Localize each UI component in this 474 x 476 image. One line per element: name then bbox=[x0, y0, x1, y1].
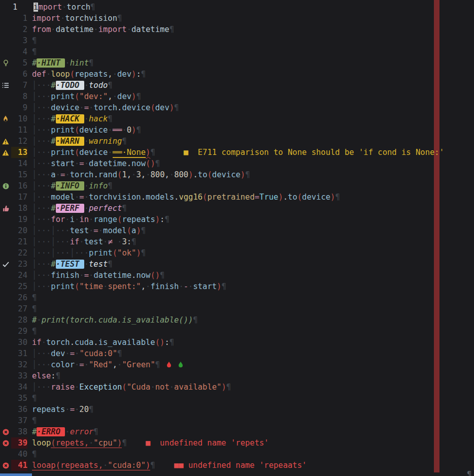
code-line[interactable]: 1import·torchvision¶ bbox=[0, 13, 474, 24]
code-line[interactable]: 39loop(repets,·"cpu")¶ ■ undefined name … bbox=[0, 437, 474, 449]
code-line[interactable]: 35¶ bbox=[0, 393, 474, 404]
code-text: ¶ bbox=[32, 393, 474, 404]
line-number: 38 bbox=[11, 426, 27, 437]
line-number: 28 bbox=[11, 314, 27, 326]
code-line[interactable]: 7│···#·TODO ·todo¶ bbox=[0, 80, 474, 91]
code-line[interactable]: 13│···print(device·══·None)¶ ■ E711 comp… bbox=[0, 147, 474, 158]
line-number: 19 bbox=[11, 214, 27, 225]
code-line[interactable]: 33else:¶ bbox=[0, 370, 474, 382]
code-text: │···│···│···print("ok")¶ bbox=[32, 247, 474, 259]
code-line[interactable]: 28#·print(torch.cuda.is_available())¶ bbox=[0, 314, 474, 326]
line-number: 16 bbox=[11, 180, 27, 192]
line-number: 32 bbox=[11, 359, 27, 370]
empty-sign-column bbox=[0, 158, 11, 169]
code-line[interactable]: 5#·HINT ·hint¶ bbox=[0, 57, 474, 69]
empty-sign-column bbox=[0, 415, 11, 426]
line-number: 30 bbox=[11, 337, 27, 348]
code-text: │···print("dev:",·dev)¶ bbox=[32, 91, 474, 102]
code-text: loop(repets,·"cpu")¶ ■ undefined name 'r… bbox=[32, 437, 474, 449]
diagnostic-message: ■■ undefined name 'repeaats' bbox=[155, 461, 307, 470]
code-line[interactable]: 15│···a·=·torch.rand(1,·3,·800,·800).to(… bbox=[0, 169, 474, 180]
code-line[interactable]: 14│···start·=·datetime.now()¶ bbox=[0, 158, 474, 169]
code-line[interactable]: 26¶ bbox=[0, 292, 474, 303]
line-number: 5 bbox=[11, 57, 27, 69]
code-line[interactable]: 37¶ bbox=[0, 415, 474, 426]
empty-sign-column bbox=[0, 337, 11, 348]
error-circle-icon bbox=[0, 460, 11, 471]
code-line[interactable]: 32│···color·=·"Red",·"Green"¶ bbox=[0, 359, 474, 370]
empty-sign-column bbox=[0, 69, 11, 80]
code-text: │···finish·=·datetime.now()¶ bbox=[32, 270, 474, 281]
lightbulb-icon bbox=[0, 57, 11, 69]
code-line[interactable]: 20│···│···test·=·model(a)¶ bbox=[0, 225, 474, 236]
code-line[interactable]: 19│···for·i·in·range(repeats):¶ bbox=[0, 214, 474, 225]
line-number: 10 bbox=[11, 113, 27, 124]
code-line[interactable]: 36repeats·=·20¶ bbox=[0, 404, 474, 415]
code-line[interactable]: 41looap(repeaats,·"cuda:0")¶ ■■ undefine… bbox=[0, 460, 474, 471]
code-line[interactable]: 38#·ERRO ·error¶ bbox=[0, 426, 474, 437]
code-line[interactable]: 8│···print("dev:",·dev)¶ bbox=[0, 91, 474, 102]
line-number: 8 bbox=[11, 91, 27, 102]
code-line[interactable]: 10│···#·HACK ·hack¶ bbox=[0, 113, 474, 124]
code-text: ¶ bbox=[32, 415, 474, 426]
line-number: 11 bbox=[11, 124, 27, 136]
line-number: 36 bbox=[11, 404, 27, 415]
empty-sign-column bbox=[0, 382, 11, 393]
line-number: 7 bbox=[11, 80, 27, 91]
code-line[interactable]: 1import·torch¶ bbox=[0, 2, 474, 13]
info-icon bbox=[0, 180, 11, 192]
code-line[interactable]: 30if·torch.cuda.is_available():¶ bbox=[0, 337, 474, 348]
code-text: │···start·=·datetime.now()¶ bbox=[32, 158, 474, 169]
empty-sign-column bbox=[0, 303, 11, 314]
code-line[interactable]: 24│···finish·=·datetime.now()¶ bbox=[0, 270, 474, 281]
code-text: │···raise·Exception("Cuda·not·available"… bbox=[32, 382, 474, 393]
code-text: │···print(device·══·None)¶ ■ E711 compar… bbox=[32, 147, 474, 158]
code-line[interactable]: 17│···model·=·torchvision.models.vgg16(p… bbox=[0, 192, 474, 203]
code-line[interactable]: 31│···dev·=·"cuda:0"¶ bbox=[0, 348, 474, 359]
code-text: def·loop(repeats,·dev):¶ bbox=[32, 69, 474, 80]
line-number: 34 bbox=[11, 382, 27, 393]
code-text: │···dev·=·"cuda:0"¶ bbox=[32, 348, 474, 359]
code-text: ¶ bbox=[32, 35, 474, 46]
line-number: 18 bbox=[11, 203, 27, 214]
code-line[interactable]: 40¶ bbox=[0, 449, 474, 460]
code-text: │···#·WARN ·warning¶ bbox=[32, 136, 474, 147]
line-number: 33 bbox=[11, 370, 27, 382]
code-editor[interactable]: 1import·torch¶1import·torchvision¶2from·… bbox=[0, 0, 474, 476]
code-text: ¶ bbox=[32, 449, 474, 460]
empty-sign-column bbox=[0, 46, 11, 57]
code-line[interactable]: 18│···#·PERF ·perfect¶ bbox=[0, 203, 474, 214]
empty-sign-column bbox=[0, 35, 11, 46]
code-text: │···#·HACK ·hack¶ bbox=[32, 113, 474, 124]
code-text: │···│···if·test·≠·3:¶ bbox=[32, 236, 474, 247]
code-line[interactable]: 29¶ bbox=[0, 326, 474, 337]
code-line[interactable]: 27¶ bbox=[0, 303, 474, 314]
code-line[interactable]: 2from·datetime·import·datetime¶ bbox=[0, 24, 474, 35]
statusline-accent-bar bbox=[0, 473, 32, 476]
code-text: │···print("time·spent:",·finish·-·start)… bbox=[32, 281, 474, 292]
color-drop-icon bbox=[166, 360, 172, 371]
code-line[interactable]: 3¶ bbox=[0, 35, 474, 46]
code-line[interactable]: 11│···print(device·══·0)¶ bbox=[0, 124, 474, 136]
code-line[interactable]: 23│···#·TEST ·test¶ bbox=[0, 259, 474, 270]
line-number: 13 bbox=[11, 147, 27, 158]
code-line[interactable]: 21│···│···if·test·≠·3:¶ bbox=[0, 236, 474, 247]
code-line[interactable]: 6def·loop(repeats,·dev):¶ bbox=[0, 69, 474, 80]
code-text: looap(repeaats,·"cuda:0")¶ ■■ undefined … bbox=[32, 460, 474, 471]
code-line[interactable]: 22│···│···│···print("ok")¶ bbox=[0, 247, 474, 259]
warning-triangle-icon bbox=[0, 147, 11, 158]
code-line[interactable]: 12│···#·WARN ·warning¶ bbox=[0, 136, 474, 147]
empty-sign-column bbox=[0, 247, 11, 259]
color-drop-icon bbox=[178, 360, 183, 371]
thumbs-up-icon bbox=[0, 203, 11, 214]
empty-sign-column bbox=[0, 314, 11, 326]
error-circle-icon bbox=[0, 426, 11, 437]
code-text: from·datetime·import·datetime¶ bbox=[32, 24, 474, 35]
code-line[interactable]: 34│···raise·Exception("Cuda·not·availabl… bbox=[0, 382, 474, 393]
code-line[interactable]: 4¶ bbox=[0, 46, 474, 57]
code-line[interactable]: 9│···device·=·torch.device(dev)¶ bbox=[0, 102, 474, 113]
code-line[interactable]: 16│···#·INFO ·info¶ bbox=[0, 180, 474, 192]
code-text: │···model·=·torchvision.models.vgg16(pre… bbox=[32, 192, 474, 203]
warning-triangle-icon bbox=[0, 136, 11, 147]
code-line[interactable]: 25│···print("time·spent:",·finish·-·star… bbox=[0, 281, 474, 292]
